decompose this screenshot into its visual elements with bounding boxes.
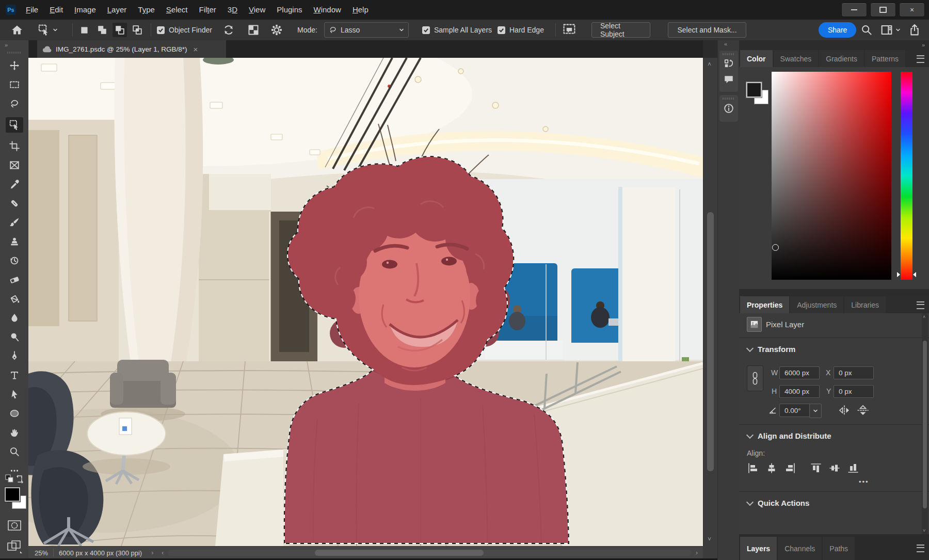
tab-gradients[interactable]: Gradients — [819, 50, 864, 67]
tab-adjustments[interactable]: Adjustments — [790, 296, 843, 313]
angle-dropdown-button[interactable] — [809, 404, 822, 418]
collapse-toolbar-icon[interactable]: » — [5, 42, 7, 48]
expand-panels-icon[interactable]: » — [922, 42, 924, 48]
tab-patterns[interactable]: Patterns — [865, 50, 905, 67]
quick-actions-section-header[interactable]: Quick Actions — [747, 499, 809, 507]
align-horizontal-centers-button[interactable] — [765, 461, 778, 475]
properties-scrollbar[interactable]: ˄ ˅ — [922, 313, 928, 534]
menu-filter[interactable]: Filter — [194, 0, 222, 20]
eraser-tool[interactable] — [6, 274, 23, 285]
flip-vertical-button[interactable] — [857, 405, 869, 416]
paint-bucket-tool[interactable] — [6, 293, 23, 305]
blur-tool[interactable] — [6, 312, 23, 324]
close-button[interactable]: × — [899, 3, 925, 17]
color-panel-fg-bg[interactable] — [746, 82, 770, 106]
tab-channels[interactable]: Channels — [778, 537, 822, 560]
align-vertical-centers-button[interactable] — [828, 461, 841, 475]
menu-plugins[interactable]: Plugins — [271, 0, 308, 20]
saturation-brightness-field[interactable] — [772, 72, 891, 280]
type-tool[interactable] — [6, 370, 23, 381]
intersect-selection-button[interactable] — [130, 23, 145, 37]
collapse-panels-icon[interactable]: « — [724, 41, 726, 47]
y-input[interactable]: 0 px — [834, 385, 874, 398]
sample-all-layers-checkbox[interactable]: Sample All Layers — [422, 20, 492, 40]
menu-select[interactable]: Select — [161, 0, 194, 20]
tab-close-icon[interactable]: × — [194, 45, 198, 54]
ellipse-tool[interactable] — [6, 408, 23, 419]
history-brush-tool[interactable] — [6, 255, 23, 266]
scroll-up-icon[interactable]: ˄ — [708, 61, 711, 68]
move-tool[interactable] — [6, 60, 23, 71]
width-input[interactable]: 6000 px — [779, 366, 820, 379]
rectangular-marquee-tool[interactable] — [6, 79, 23, 90]
tool-preset-button[interactable] — [38, 20, 58, 40]
dock-grip[interactable] — [723, 53, 735, 55]
new-selection-button[interactable] — [77, 23, 92, 37]
tab-layers[interactable]: Layers — [740, 537, 777, 560]
info-button[interactable] — [719, 101, 738, 116]
scroll-down-icon[interactable]: ˅ — [708, 536, 711, 543]
quick-mask-button[interactable] — [7, 519, 22, 532]
constrain-proportions-toggle[interactable] — [747, 365, 763, 391]
hue-strip[interactable] — [901, 72, 912, 280]
scroll-up-icon[interactable]: ˄ — [923, 314, 925, 319]
tab-swatches[interactable]: Swatches — [774, 50, 819, 67]
align-left-edges-button[interactable] — [746, 461, 760, 475]
foreground-background-swatch[interactable] — [5, 487, 28, 512]
dock-grip[interactable] — [723, 98, 735, 100]
crop-tool[interactable] — [6, 140, 23, 152]
scroll-left-icon[interactable]: ‹ — [162, 549, 164, 556]
menu-layer[interactable]: Layer — [102, 0, 133, 20]
default-swap-colors[interactable] — [5, 474, 24, 485]
align-bottom-edges-button[interactable] — [846, 461, 860, 475]
add-to-selection-button[interactable] — [95, 23, 109, 37]
home-button[interactable] — [11, 20, 23, 40]
subtract-from-selection-button[interactable] — [113, 23, 127, 37]
select-subject-button[interactable]: Select Subject — [591, 22, 650, 38]
refresh-object-finder-button[interactable] — [223, 20, 234, 40]
hard-edge-checkbox[interactable]: Hard Edge — [498, 20, 544, 40]
share-button[interactable]: Share — [819, 22, 856, 38]
hue-slider-arrow[interactable] — [897, 272, 900, 277]
mode-dropdown[interactable]: Lasso — [324, 22, 409, 38]
tool-options-button[interactable] — [270, 20, 283, 40]
toolbar-grip[interactable] — [7, 52, 21, 54]
menu-view[interactable]: View — [243, 0, 271, 20]
foreground-color-swatch[interactable] — [746, 82, 762, 98]
color-field-cursor[interactable] — [772, 244, 779, 251]
lasso-tool[interactable] — [6, 98, 23, 109]
vertical-scroll-thumb[interactable] — [707, 212, 714, 471]
feedback-button[interactable] — [563, 20, 576, 40]
scroll-right-icon[interactable]: › — [696, 549, 698, 556]
workspace-switcher[interactable] — [880, 20, 901, 40]
document-tab[interactable]: IMG_2761.psdc @ 25% (Layer 1, RGB/8*) × — [37, 40, 226, 58]
transform-section-header[interactable]: Transform — [747, 345, 795, 354]
menu-window[interactable]: Window — [308, 0, 347, 20]
tab-libraries[interactable]: Libraries — [844, 296, 886, 313]
tab-properties[interactable]: Properties — [740, 296, 789, 313]
path-selection-tool[interactable] — [6, 389, 23, 400]
menu-image[interactable]: Image — [69, 0, 102, 20]
horizontal-scroll-thumb[interactable] — [315, 550, 484, 556]
brush-tool[interactable] — [6, 217, 23, 228]
align-section-header[interactable]: Align and Distribute — [747, 431, 831, 440]
menu-type[interactable]: Type — [132, 0, 161, 20]
pen-tool[interactable] — [6, 350, 23, 362]
menu-help[interactable]: Help — [347, 0, 374, 20]
x-input[interactable]: 0 px — [834, 366, 874, 379]
object-finder-checkbox[interactable]: Object Finder — [157, 20, 212, 40]
status-menu-icon[interactable]: › — [151, 549, 153, 556]
align-top-edges-button[interactable] — [809, 461, 823, 475]
hue-slider-arrow[interactable] — [913, 272, 916, 277]
menu-edit[interactable]: Edit — [44, 0, 69, 20]
overlay-options-button[interactable] — [248, 20, 259, 40]
align-more-options-button[interactable]: ••• — [859, 478, 869, 486]
align-right-edges-button[interactable] — [783, 461, 797, 475]
dodge-tool[interactable] — [6, 331, 23, 343]
version-history-button[interactable] — [719, 56, 738, 72]
zoom-tool[interactable] — [6, 446, 23, 457]
panel-menu-icon[interactable] — [917, 301, 924, 309]
horizontal-scrollbar[interactable] — [168, 550, 692, 556]
minimize-button[interactable] — [841, 3, 867, 17]
select-and-mask-button[interactable]: Select and Mask... — [668, 22, 746, 38]
